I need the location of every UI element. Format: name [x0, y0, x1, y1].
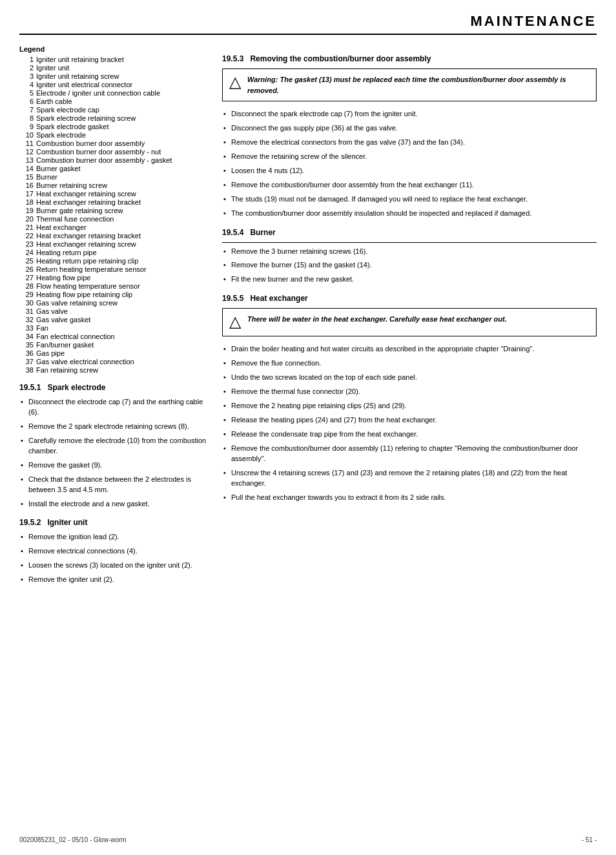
- legend-row: 21Heat exchanger: [19, 223, 207, 231]
- list-item: The combustion/burner door assembly insu…: [222, 209, 597, 219]
- list-item: Check that the distance between the 2 el…: [19, 475, 207, 495]
- list-item: Unscrew the 4 retaining screws (17) and …: [222, 468, 597, 489]
- section-19-5-4-bullets: Remove the 3 burner retaining screws (16…: [222, 247, 597, 285]
- list-item: Disconnect the spark electrode cap (7) f…: [222, 109, 597, 119]
- list-item: Fit the new burner and the new gasket.: [222, 274, 597, 285]
- list-item: Remove electrical connections (4).: [19, 546, 207, 557]
- legend-row: 17Heat exchanger retaining screw: [19, 190, 207, 198]
- section-19-5-4: 19.5.4 Burner Remove the 3 burner retain…: [222, 228, 597, 285]
- legend-row: 26Return heating temperature sensor: [19, 265, 207, 273]
- section-19-5-1: 19.5.1 Spark electrode Disconnect the el…: [19, 383, 207, 509]
- list-item: Remove the gasket (9).: [19, 460, 207, 471]
- legend-row: 8Spark electrode retaining screw: [19, 114, 207, 122]
- legend-row: 38Fan retaining screw: [19, 366, 207, 374]
- list-item: Drain the boiler heating and hot water c…: [222, 344, 597, 355]
- list-item: Install the electrode and a new gasket.: [19, 499, 207, 510]
- legend-row: 13Combustion burner door assembly - gask…: [19, 156, 207, 164]
- section-19-5-1-bullets: Disconnect the electrode cap (7) and the…: [19, 397, 207, 509]
- section-19-5-5-bullets: Drain the boiler heating and hot water c…: [222, 344, 597, 502]
- legend-row: 10Spark electrode: [19, 131, 207, 139]
- legend-title: Legend: [19, 45, 207, 53]
- legend-row: 3Igniter unit retaining screw: [19, 72, 207, 80]
- legend-row: 27Heating flow pipe: [19, 274, 207, 282]
- legend-row: 5Electrode / igniter unit connection cab…: [19, 89, 207, 97]
- warning-box-s3: △ Warning: The gasket (13) must be repla…: [222, 68, 597, 101]
- section-19-5-3: 19.5.3 Removing the combustion/burner do…: [222, 54, 597, 219]
- legend-row: 16Burner retaining screw: [19, 181, 207, 189]
- legend-row: 6Earth cable: [19, 98, 207, 105]
- list-item: Undo the two screws located on the top o…: [222, 373, 597, 383]
- list-item: Remove the burner (15) and the gasket (1…: [222, 260, 597, 271]
- legend-column: Legend 1Igniter unit retaining bracket2I…: [19, 45, 207, 589]
- legend-row: 32Gas valve gasket: [19, 316, 207, 324]
- list-item: The studs (19) must not be damaged. If d…: [222, 194, 597, 205]
- legend-table: 1Igniter unit retaining bracket2Igniter …: [19, 56, 207, 374]
- list-item: Remove the electrical connectors from th…: [222, 138, 597, 148]
- list-item: Remove the flue connection.: [222, 358, 597, 369]
- section-19-5-2: 19.5.2 Igniter unit Remove the ignition …: [19, 518, 207, 585]
- list-item: Remove the retaining screw of the silenc…: [222, 152, 597, 162]
- legend-row: 29Heating flow pipe retaining clip: [19, 291, 207, 298]
- legend-row: 15Burner: [19, 173, 207, 181]
- page-footer: 0020085231_02 - 05/10 - Glow-worm - 51 -: [19, 836, 597, 843]
- legend-row: 18Heat exchanger retaining bracket: [19, 198, 207, 206]
- list-item: Remove the thermal fuse connector (20).: [222, 387, 597, 397]
- legend-row: 7Spark electrode cap: [19, 106, 207, 114]
- list-item: Remove the 2 spark electrode retaining s…: [19, 422, 207, 432]
- legend-row: 25Heating return pipe retaining clip: [19, 257, 207, 265]
- section-19-5-3-bullets: Disconnect the spark electrode cap (7) f…: [222, 109, 597, 219]
- list-item: Carefully remove the electrode (10) from…: [19, 436, 207, 457]
- legend-row: 20Thermal fuse connection: [19, 215, 207, 223]
- warning-box-s5: △ There will be water in the heat exchan…: [222, 308, 597, 336]
- footer-right: - 51 -: [582, 836, 597, 843]
- section-19-5-2-bullets: Remove the ignition lead (2).Remove elec…: [19, 532, 207, 585]
- legend-row: 31Gas valve: [19, 307, 207, 315]
- list-item: Remove the combustion/burner door assemb…: [222, 180, 597, 191]
- list-item: Release the heating pipes (24) and (27) …: [222, 415, 597, 426]
- list-item: Release the condensate trap pipe from th…: [222, 429, 597, 440]
- legend-row: 12Combustion burner door assembly - nut: [19, 148, 207, 156]
- list-item: Remove the ignition lead (2).: [19, 532, 207, 542]
- legend-row: 24Heating return pipe: [19, 249, 207, 256]
- list-item: Pull the heat exchanger towards you to e…: [222, 493, 597, 503]
- list-item: Remove the igniter unit (2).: [19, 575, 207, 585]
- list-item: Remove the 3 burner retaining screws (16…: [222, 247, 597, 257]
- warning-icon: △: [229, 73, 241, 91]
- list-item: Disconnect the electrode cap (7) and the…: [19, 397, 207, 418]
- legend-row: 37Gas valve electrical connection: [19, 358, 207, 366]
- legend-row: 22Heat exchanger retaining bracket: [19, 232, 207, 240]
- right-column: 19.5.3 Removing the combustion/burner do…: [222, 45, 597, 589]
- legend-row: 11Combustion burner door assembly: [19, 139, 207, 147]
- section-19-5-5: 19.5.5 Heat exchanger △ There will be wa…: [222, 294, 597, 502]
- legend-row: 19Burner gate retaining screw: [19, 207, 207, 214]
- list-item: Loosen the screws (3) located on the ign…: [19, 561, 207, 571]
- legend-row: 30Gas valve retaining screw: [19, 299, 207, 307]
- legend-row: 14Burner gasket: [19, 165, 207, 172]
- list-item: Remove the combustion/burner door assemb…: [222, 444, 597, 464]
- legend-row: 2Igniter unit: [19, 64, 207, 72]
- legend-row: 4Igniter unit electrical connector: [19, 81, 207, 88]
- legend-row: 33Fan: [19, 324, 207, 332]
- legend-row: 28Flow heating temperature sensor: [19, 282, 207, 290]
- legend-row: 23Heat exchanger retaining screw: [19, 240, 207, 248]
- footer-left: 0020085231_02 - 05/10 - Glow-worm: [19, 836, 127, 843]
- list-item: Remove the 2 heating pipe retaining clip…: [222, 401, 597, 411]
- legend-row: 34Fan electrical connection: [19, 333, 207, 340]
- page-header: MAINTENANCE: [19, 13, 597, 35]
- list-item: Disconnect the gas supply pipe (36) at t…: [222, 123, 597, 134]
- list-item: Loosen the 4 nuts (12).: [222, 166, 597, 176]
- legend-row: 36Gas pipe: [19, 349, 207, 357]
- legend-row: 1Igniter unit retaining bracket: [19, 56, 207, 63]
- warning-icon-2: △: [229, 313, 241, 331]
- legend-row: 35Fan/burner gasket: [19, 341, 207, 349]
- legend-row: 9Spark electrode gasket: [19, 123, 207, 130]
